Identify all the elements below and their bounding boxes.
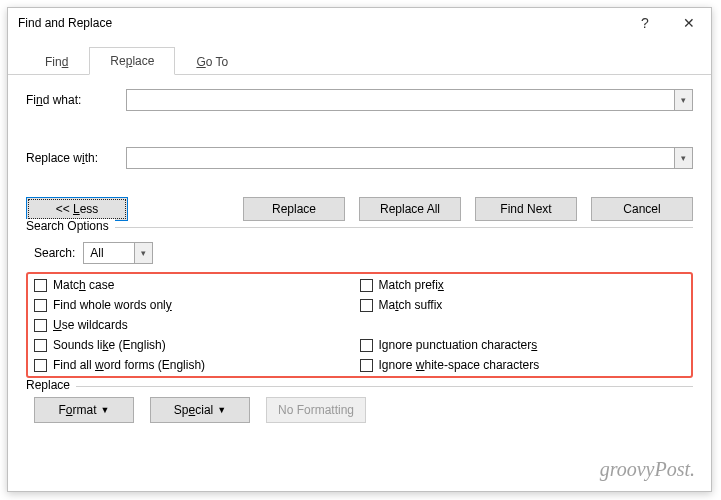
search-direction-label: Search: [34,246,75,260]
replace-with-label: Replace with: [26,151,126,165]
find-replace-dialog: Find and Replace ? ✕ Find Replace Go To … [7,7,712,492]
check-match-suffix[interactable]: Match suffix [360,298,686,312]
caret-down-icon: ▼ [217,405,226,415]
caret-down-icon: ▼ [101,405,110,415]
watermark: groovyPost. [600,458,695,481]
check-whole-words[interactable]: Find whole words only [34,298,360,312]
less-button[interactable]: << Less [26,197,128,221]
find-what-label: Find what: [26,93,126,107]
checkbox-icon [360,299,373,312]
find-next-button[interactable]: Find Next [475,197,577,221]
replace-with-input[interactable]: ▾ [126,147,693,169]
check-ignore-whitespace[interactable]: Ignore white-space characters [360,358,686,372]
replace-legend: Replace [26,378,76,392]
tab-replace-underline: Replace [110,54,154,68]
checkbox-icon [34,279,47,292]
tab-find-underline: Find [45,55,68,69]
check-sounds-like[interactable]: Sounds like (English) [34,338,360,352]
checkbox-icon [360,359,373,372]
check-match-case[interactable]: Match case [34,278,360,292]
chevron-down-icon: ▾ [141,248,146,258]
options-left-column: Match case Find whole words only Use wil… [34,278,360,372]
check-ignore-punctuation[interactable]: Ignore punctuation characters [360,338,686,352]
checkbox-icon [34,299,47,312]
find-what-dropdown[interactable]: ▾ [674,90,692,110]
options-highlight-box: Match case Find whole words only Use wil… [26,272,693,378]
checkbox-icon [34,359,47,372]
find-what-row: Find what: ▾ [26,89,693,111]
format-button[interactable]: Format▼ [34,397,134,423]
close-button[interactable]: ✕ [667,8,711,38]
check-use-wildcards[interactable]: Use wildcards [34,318,360,332]
no-formatting-button: No Formatting [266,397,366,423]
tab-replace[interactable]: Replace [89,47,175,75]
replace-all-button[interactable]: Replace All [359,197,461,221]
titlebar: Find and Replace ? ✕ [8,8,711,38]
search-direction-value: All [84,246,134,260]
search-options-legend: Search Options [26,219,115,233]
special-button[interactable]: Special▼ [150,397,250,423]
replace-with-row: Replace with: ▾ [26,147,693,169]
chevron-down-icon: ▾ [681,153,686,163]
check-word-forms[interactable]: Find all word forms (English) [34,358,360,372]
search-direction-row: Search: All ▾ [26,236,693,270]
checkbox-icon [34,319,47,332]
dialog-title: Find and Replace [18,16,623,30]
content: Find what: ▾ Replace with: ▾ << Less Rep… [8,75,711,433]
checkbox-icon [34,339,47,352]
check-match-prefix[interactable]: Match prefix [360,278,686,292]
checkbox-icon [360,339,373,352]
replace-button[interactable]: Replace [243,197,345,221]
cancel-button[interactable]: Cancel [591,197,693,221]
action-button-row: << Less Replace Replace All Find Next Ca… [26,197,693,221]
checkbox-icon [360,279,373,292]
search-direction-dropdown[interactable]: ▾ [134,243,152,263]
find-what-input[interactable]: ▾ [126,89,693,111]
tab-find[interactable]: Find [24,48,89,75]
search-direction-select[interactable]: All ▾ [83,242,153,264]
chevron-down-icon: ▾ [681,95,686,105]
replace-fieldset: Replace Format▼ Special▼ No Formatting [26,386,693,423]
replace-with-dropdown[interactable]: ▾ [674,148,692,168]
tab-goto[interactable]: Go To [175,48,249,75]
tab-goto-underline: Go To [196,55,228,69]
help-button[interactable]: ? [623,8,667,38]
format-button-row: Format▼ Special▼ No Formatting [26,397,693,423]
options-right-column: Match prefix Match suffix . Ignore punct… [360,278,686,372]
search-options-fieldset: Search Options Search: All ▾ Match case [26,227,693,378]
tab-row: Find Replace Go To [8,38,711,75]
